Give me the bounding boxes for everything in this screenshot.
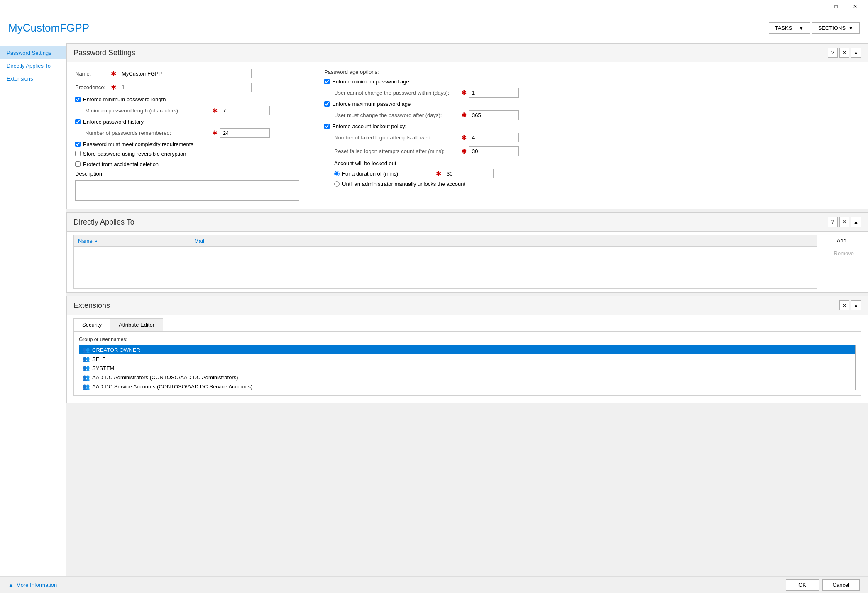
history-input[interactable]: [220, 128, 270, 138]
dat-pin-button[interactable]: ✕: [839, 217, 849, 227]
max-age-input[interactable]: [469, 110, 519, 120]
dat-col-mail[interactable]: Mail: [190, 235, 817, 246]
enforce-lockout-checkbox[interactable]: [324, 124, 330, 129]
ext-pin-button[interactable]: ✕: [839, 300, 849, 310]
enforce-min-length-label: Enforce minimum password length: [83, 96, 166, 102]
max-age-sublabel: User must change the password after (day…: [334, 112, 459, 118]
ext-section-controls: ✕ ▲: [839, 300, 861, 310]
enforce-max-age-row: Enforce maximum password age: [324, 101, 859, 107]
description-label: Description:: [75, 171, 299, 177]
main-layout: Password Settings Directly Applies To Ex…: [0, 43, 868, 576]
enforce-lockout-row: Enforce account lockout policy:: [324, 123, 859, 129]
sidebar-item-extensions[interactable]: Extensions: [0, 72, 66, 85]
close-button[interactable]: ✕: [846, 0, 865, 13]
precedence-input[interactable]: [119, 83, 252, 92]
left-column: Name: ✱ Precedence: ✱: [75, 69, 299, 202]
user-icon: 👥: [83, 347, 90, 353]
user-icon: 👥: [83, 383, 90, 390]
min-age-row: User cannot change the password within (…: [334, 88, 859, 98]
content-area: Password Settings ? ✕ ▲ Name: ✱: [66, 43, 868, 576]
enforce-history-label: Enforce password history: [83, 119, 144, 125]
chevron-up-icon: ▲: [8, 582, 14, 588]
sections-button[interactable]: SECTIONS ▼: [812, 22, 860, 34]
name-required-star: ✱: [111, 70, 116, 78]
minimize-button[interactable]: —: [807, 0, 826, 13]
failed-attempts-label: Number of failed logon attempts allowed:: [334, 134, 459, 141]
enforce-lockout-label: Enforce account lockout policy:: [332, 123, 406, 129]
duration-star: ✱: [436, 170, 441, 178]
min-age-sublabel: User cannot change the password within (…: [334, 90, 459, 96]
pin-button[interactable]: ✕: [839, 48, 849, 58]
password-age-heading: Password age options:: [324, 69, 859, 75]
enforce-min-length-checkbox[interactable]: [75, 97, 81, 102]
min-age-input[interactable]: [469, 88, 519, 98]
collapse-button[interactable]: ▲: [851, 48, 861, 58]
ext-collapse-button[interactable]: ▲: [851, 300, 861, 310]
dat-table-header: Name ▲ Mail: [74, 235, 817, 247]
more-info-link[interactable]: ▲ More Information: [8, 582, 57, 588]
sidebar-item-password-settings[interactable]: Password Settings: [0, 46, 66, 59]
cancel-button[interactable]: Cancel: [822, 579, 860, 591]
dat-collapse-button[interactable]: ▲: [851, 217, 861, 227]
sort-arrow-icon: ▲: [94, 239, 98, 243]
reset-input[interactable]: [469, 146, 519, 156]
protect-deletion-row: Protect from accidental deletion: [75, 161, 299, 167]
dat-table-body: [74, 247, 817, 288]
remove-button[interactable]: Remove: [827, 248, 861, 259]
maximize-button[interactable]: □: [826, 0, 846, 13]
tasks-button[interactable]: TASKS ▼: [769, 22, 810, 34]
dat-table: Name ▲ Mail: [73, 235, 817, 289]
name-input[interactable]: [119, 69, 252, 78]
description-container: Description:: [75, 171, 299, 202]
failed-attempts-input[interactable]: [469, 133, 519, 142]
manual-unlock-radio[interactable]: [334, 181, 340, 187]
precedence-required-star: ✱: [111, 83, 116, 91]
protect-deletion-checkbox[interactable]: [75, 161, 81, 167]
failed-attempts-row: Number of failed logon attempts allowed:…: [334, 133, 859, 142]
add-button[interactable]: Add...: [827, 235, 861, 246]
tab-security[interactable]: Security: [73, 318, 110, 331]
user-icon: 👥: [83, 374, 90, 381]
name-label: Name:: [75, 71, 108, 77]
list-item[interactable]: 👥 SYSTEM: [79, 364, 855, 373]
title-bar: — □ ✕: [0, 0, 868, 13]
failed-attempts-star: ✱: [461, 134, 467, 142]
user-icon: 👥: [83, 365, 90, 371]
dat-buttons: Add... Remove: [824, 232, 868, 262]
extensions-section: Extensions ✕ ▲ Security Attribute Editor…: [66, 296, 868, 403]
reversible-checkbox[interactable]: [75, 151, 81, 156]
user-icon: 👥: [83, 356, 90, 362]
list-item[interactable]: 👥 AAD DC Service Accounts (CONTOSO\AAD D…: [79, 382, 855, 390]
duration-radio[interactable]: [334, 171, 340, 176]
ext-header: Extensions ✕ ▲: [67, 296, 868, 315]
dat-help-button[interactable]: ?: [828, 217, 838, 227]
enforce-min-age-checkbox[interactable]: [324, 79, 330, 84]
list-item[interactable]: 👥 AAD DC Administrators (CONTOSO\AAD DC …: [79, 373, 855, 382]
bottom-bar: ▲ More Information OK Cancel: [0, 576, 868, 593]
ext-title: Extensions: [73, 301, 110, 310]
sidebar-item-directly-applies-to[interactable]: Directly Applies To: [0, 59, 66, 72]
reversible-label: Store password using reversible encrypti…: [83, 151, 186, 157]
description-input[interactable]: [75, 180, 299, 201]
list-item[interactable]: 👥 CREATOR OWNER: [79, 345, 855, 354]
duration-radio-row: For a duration of (mins): ✱: [334, 169, 859, 178]
enforce-max-age-checkbox[interactable]: [324, 101, 330, 107]
enforce-history-checkbox[interactable]: [75, 119, 81, 124]
ok-button[interactable]: OK: [786, 579, 819, 591]
app-header: MyCustomFGPP TASKS ▼ SECTIONS ▼: [0, 13, 868, 43]
duration-input[interactable]: [444, 169, 494, 178]
tab-attribute-editor[interactable]: Attribute Editor: [110, 318, 163, 331]
section-controls: ? ✕ ▲: [828, 48, 861, 58]
reset-label: Reset failed logon attempts count after …: [334, 148, 459, 154]
min-age-star: ✱: [461, 89, 467, 97]
group-label: Group or user names:: [79, 337, 856, 342]
min-length-star: ✱: [212, 107, 218, 115]
bottom-buttons: OK Cancel: [786, 579, 860, 591]
list-item[interactable]: 👥 SELF: [79, 354, 855, 364]
header-buttons: TASKS ▼ SECTIONS ▼: [769, 22, 860, 34]
min-length-input[interactable]: [220, 106, 270, 115]
password-settings-header: Password Settings ? ✕ ▲: [67, 44, 868, 62]
help-button[interactable]: ?: [828, 48, 838, 58]
complexity-checkbox[interactable]: [75, 142, 81, 147]
dat-col-name[interactable]: Name ▲: [74, 235, 190, 246]
